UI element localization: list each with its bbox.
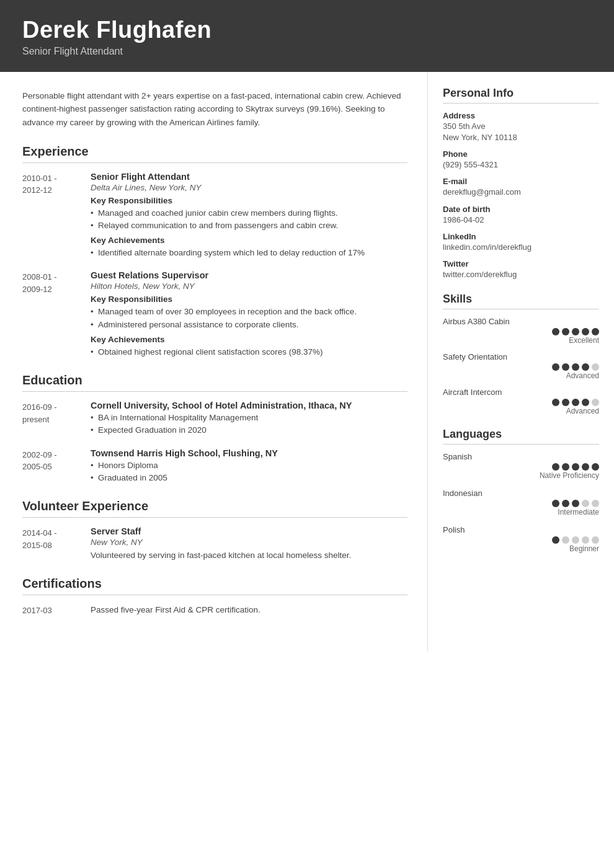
- experience-entry-2: 2008-01 - 2009-12 Guest Relations Superv…: [22, 270, 407, 358]
- lang-level-1: Intermediate: [443, 508, 599, 516]
- skills-section: Skills Airbus A380 Cabin Excellent Safet…: [443, 293, 599, 415]
- skill-level-0: Excellent: [443, 336, 599, 345]
- cert-desc-1: Passed five-year First Aid & CPR certifi…: [91, 604, 407, 616]
- education-entry-2: 2002-09 - 2005-05 Townsend Harris High S…: [22, 448, 407, 485]
- edu-date-1: 2016-09 - present: [22, 401, 91, 437]
- skill-name-2: Aircraft Intercom: [443, 388, 599, 397]
- entry-role-1: Senior Flight Attendant: [91, 172, 407, 182]
- dot: [592, 463, 599, 471]
- list-item: BA in International Hospitality Manageme…: [91, 412, 407, 424]
- dot: [592, 328, 599, 335]
- info-address-value: 350 5th AveNew York, NY 10118: [443, 121, 599, 143]
- entry-date-1: 2010-01 - 2012-12: [22, 172, 91, 260]
- experience-title: Experience: [22, 144, 407, 163]
- vol-date-1: 2014-04 - 2015-08: [22, 526, 91, 562]
- list-item: Expected Graduation in 2020: [91, 424, 407, 436]
- edu-body-1: Cornell University, School of Hotel Admi…: [91, 401, 407, 437]
- edu-date-2: 2002-09 - 2005-05: [22, 448, 91, 485]
- volunteer-title: Volunteer Experience: [22, 499, 407, 518]
- info-address-label: Address: [443, 111, 599, 120]
- dot: [582, 328, 589, 335]
- entry-company-2: Hilton Hotels, New York, NY: [91, 281, 407, 291]
- personal-info-title: Personal Info: [443, 87, 599, 104]
- info-twitter-label: Twitter: [443, 259, 599, 268]
- info-phone: Phone (929) 555-4321: [443, 149, 599, 170]
- dot: [562, 536, 569, 544]
- entry-resp-list-1: Managed and coached junior cabin crew me…: [91, 207, 407, 232]
- resume-header: Derek Flughafen Senior Flight Attendant: [0, 0, 614, 72]
- skill-name-1: Safety Orientation: [443, 352, 599, 361]
- info-twitter-value: twitter.com/derekflug: [443, 269, 599, 280]
- skills-title: Skills: [443, 293, 599, 309]
- volunteer-entry-1: 2014-04 - 2015-08 Server Staff New York,…: [22, 526, 407, 562]
- lang-name-2: Polish: [443, 525, 599, 534]
- list-item: Obtained highest regional client satisfa…: [91, 346, 407, 358]
- entry-company-1: Delta Air Lines, New York, NY: [91, 183, 407, 192]
- info-linkedin-value: linkedin.com/in/derekflug: [443, 242, 599, 253]
- dot: [592, 399, 599, 406]
- skill-level-2: Advanced: [443, 407, 599, 415]
- cert-body-1: Passed five-year First Aid & CPR certifi…: [91, 604, 407, 617]
- info-email: E-mail derekflug@gmail.com: [443, 177, 599, 198]
- info-address: Address 350 5th AveNew York, NY 10118: [443, 111, 599, 143]
- list-item: Honors Diploma: [91, 459, 407, 472]
- entry-body-1: Senior Flight Attendant Delta Air Lines,…: [91, 172, 407, 260]
- dot: [582, 536, 589, 544]
- dot: [552, 463, 559, 471]
- education-title: Education: [22, 373, 407, 392]
- skill-item-0: Airbus A380 Cabin Excellent: [443, 317, 599, 345]
- list-item: Graduated in 2005: [91, 472, 407, 484]
- entry-ach-label-2: Key Achievements: [91, 335, 407, 344]
- info-dob-value: 1986-04-02: [443, 215, 599, 226]
- info-email-value: derekflug@gmail.com: [443, 187, 599, 198]
- lang-item-2: Polish Beginner: [443, 525, 599, 553]
- edu-role-1: Cornell University, School of Hotel Admi…: [91, 401, 407, 410]
- lang-level-0: Native Proficiency: [443, 471, 599, 480]
- lang-dots-1: [443, 500, 599, 507]
- list-item: Managed team of over 30 employees in rec…: [91, 306, 407, 318]
- cert-entry-1: 2017-03 Passed five-year First Aid & CPR…: [22, 604, 407, 617]
- cert-date-1: 2017-03: [22, 604, 91, 617]
- candidate-title: Senior Flight Attendant: [22, 46, 592, 57]
- list-item: Managed and coached junior cabin crew me…: [91, 207, 407, 219]
- languages-title: Languages: [443, 428, 599, 445]
- candidate-name: Derek Flughafen: [22, 17, 592, 43]
- dot: [592, 500, 599, 507]
- dot: [552, 363, 559, 371]
- skill-level-1: Advanced: [443, 371, 599, 380]
- lang-item-1: Indonesian Intermediate: [443, 489, 599, 516]
- education-section: Education 2016-09 - present Cornell Univ…: [22, 373, 407, 484]
- list-item: Administered personal assistance to corp…: [91, 319, 407, 331]
- dot: [552, 500, 559, 507]
- vol-desc-1: Volunteered by serving in fast-paced kit…: [91, 549, 407, 562]
- languages-section: Languages Spanish Native Proficiency Ind…: [443, 428, 599, 553]
- content-wrapper: Personable flight attendant with 2+ year…: [0, 72, 614, 652]
- entry-ach-label-1: Key Achievements: [91, 236, 407, 245]
- summary-text: Personable flight attendant with 2+ year…: [22, 89, 407, 130]
- dot: [572, 500, 579, 507]
- skill-dots-2: [443, 399, 599, 406]
- dot: [552, 536, 559, 544]
- lang-name-0: Spanish: [443, 452, 599, 461]
- info-dob-label: Date of birth: [443, 205, 599, 214]
- info-phone-value: (929) 555-4321: [443, 159, 599, 170]
- dot: [572, 463, 579, 471]
- education-entry-1: 2016-09 - present Cornell University, Sc…: [22, 401, 407, 437]
- certifications-section: Certifications 2017-03 Passed five-year …: [22, 577, 407, 617]
- personal-info-section: Personal Info Address 350 5th AveNew Yor…: [443, 87, 599, 280]
- entry-resp-label-1: Key Responsibilities: [91, 196, 407, 205]
- entry-resp-list-2: Managed team of over 30 employees in rec…: [91, 306, 407, 331]
- dot: [572, 399, 579, 406]
- dot: [562, 399, 569, 406]
- dot: [572, 328, 579, 335]
- skill-dots-0: [443, 328, 599, 335]
- vol-body-1: Server Staff New York, NY Volunteered by…: [91, 526, 407, 562]
- dot: [582, 363, 589, 371]
- dot: [572, 536, 579, 544]
- dot: [572, 363, 579, 371]
- info-linkedin: LinkedIn linkedin.com/in/derekflug: [443, 232, 599, 253]
- skill-item-1: Safety Orientation Advanced: [443, 352, 599, 380]
- info-phone-label: Phone: [443, 149, 599, 159]
- entry-date-2: 2008-01 - 2009-12: [22, 270, 91, 358]
- lang-item-0: Spanish Native Proficiency: [443, 452, 599, 480]
